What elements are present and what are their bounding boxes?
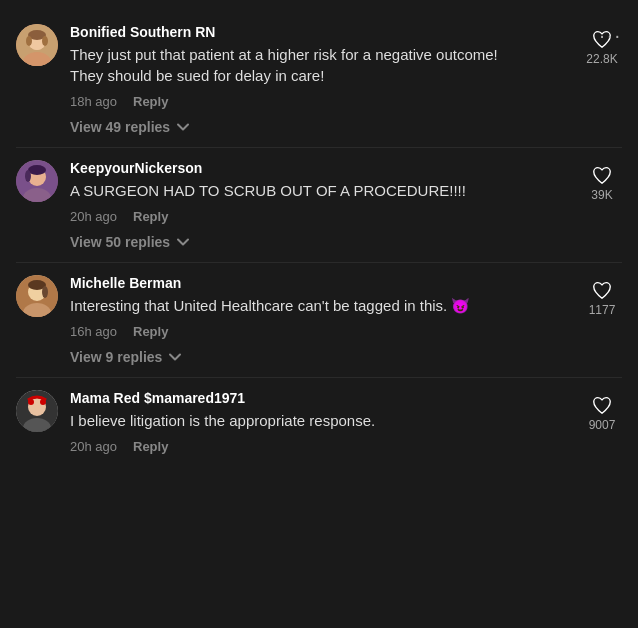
comment-2-replies-label: View 50 replies <box>70 234 170 250</box>
comment-4-username: Mama Red $mamared1971 <box>70 390 570 406</box>
svg-point-16 <box>42 286 48 298</box>
comment-2-username: KeepyourNickerson <box>70 160 570 176</box>
comment-1-text: They just put that patient at a higher r… <box>70 44 570 86</box>
avatar-keepyour <box>16 160 58 202</box>
comment-3-like-section: 1177 <box>582 275 622 317</box>
comment-2-like-section: 39K <box>582 160 622 202</box>
comment-3-reply-button[interactable]: Reply <box>133 324 168 339</box>
heart-icon-2[interactable] <box>591 164 613 186</box>
chevron-down-icon <box>176 120 190 134</box>
comment-4-time: 20h ago <box>70 439 117 454</box>
comment-2-time: 20h ago <box>70 209 117 224</box>
comment-4-like-section: 9007 <box>582 390 622 432</box>
comment-1-meta: 18h ago Reply <box>70 94 570 109</box>
comment-item-2: KeepyourNickerson A SURGEON HAD TO SCRUB… <box>0 148 638 262</box>
comment-4-reply-button[interactable]: Reply <box>133 439 168 454</box>
comment-1-reply-button[interactable]: Reply <box>133 94 168 109</box>
comment-1-like-count: 22.8K <box>586 52 617 66</box>
comment-3-content: Michelle Berman Interesting that United … <box>70 275 570 365</box>
comment-3-like-count: 1177 <box>589 303 616 317</box>
avatar-michelle <box>16 275 58 317</box>
comment-2-text: A SURGEON HAD TO SCRUB OUT OF A PROCEDUR… <box>70 180 570 201</box>
comment-3-time: 16h ago <box>70 324 117 339</box>
comment-1-time: 18h ago <box>70 94 117 109</box>
comment-item-1: Bonified Southern RN They just put that … <box>0 12 638 147</box>
comment-4-like-count: 9007 <box>589 418 616 432</box>
comment-3-meta: 16h ago Reply <box>70 324 570 339</box>
comment-2-like-count: 39K <box>591 188 612 202</box>
comment-item-3: Michelle Berman Interesting that United … <box>0 263 638 377</box>
chevron-down-icon-3 <box>168 350 182 364</box>
comment-1-replies-label: View 49 replies <box>70 119 170 135</box>
comment-2-meta: 20h ago Reply <box>70 209 570 224</box>
comment-3-username: Michelle Berman <box>70 275 570 291</box>
comment-3-replies-label: View 9 replies <box>70 349 162 365</box>
svg-point-5 <box>26 36 32 46</box>
comment-1-username: Bonified Southern RN <box>70 24 570 40</box>
chevron-down-icon-2 <box>176 235 190 249</box>
comment-3-text: Interesting that United Healthcare can't… <box>70 295 570 316</box>
svg-point-6 <box>42 36 48 46</box>
svg-point-21 <box>40 399 46 405</box>
comment-2-view-replies[interactable]: View 50 replies <box>70 234 570 250</box>
comment-3-view-replies[interactable]: View 9 replies <box>70 349 570 365</box>
avatar-bonified <box>16 24 58 66</box>
more-options-button-1[interactable]: ··· <box>599 24 622 47</box>
comments-section: Bonified Southern RN They just put that … <box>0 0 638 478</box>
heart-icon-4[interactable] <box>591 394 613 416</box>
comment-1-view-replies[interactable]: View 49 replies <box>70 119 570 135</box>
comment-4-content: Mama Red $mamared1971 I believe litigati… <box>70 390 570 454</box>
comment-1-content: Bonified Southern RN They just put that … <box>70 24 570 135</box>
svg-point-11 <box>25 170 31 182</box>
comment-item-4: Mama Red $mamared1971 I believe litigati… <box>0 378 638 466</box>
comment-4-meta: 20h ago Reply <box>70 439 570 454</box>
comment-4-text: I believe litigation is the appropriate … <box>70 410 570 431</box>
avatar-mamared <box>16 390 58 432</box>
comment-2-reply-button[interactable]: Reply <box>133 209 168 224</box>
svg-point-20 <box>28 399 34 405</box>
heart-icon-3[interactable] <box>591 279 613 301</box>
comment-2-content: KeepyourNickerson A SURGEON HAD TO SCRUB… <box>70 160 570 250</box>
